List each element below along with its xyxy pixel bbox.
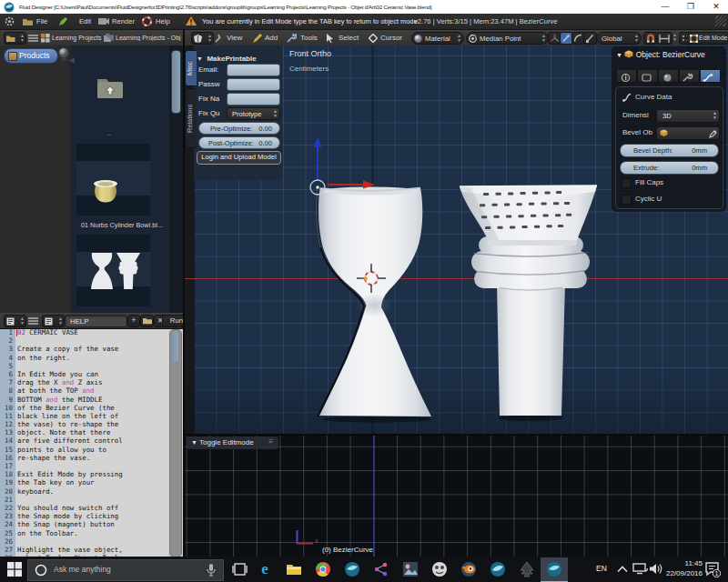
spinner-arrows-icon[interactable]: ▲▼ (456, 34, 462, 43)
taskbar-inkscape-button[interactable] (513, 557, 541, 581)
spinner-arrows-icon[interactable]: ▲▼ (672, 33, 678, 42)
eyedropper-icon[interactable] (709, 129, 717, 138)
speaker-icon[interactable] (650, 563, 663, 575)
editor-line[interactable]: 16re-shape the vase. (0, 454, 183, 462)
action-center-icon[interactable]: 1 (704, 561, 721, 577)
close-button[interactable]: ✕ (708, 3, 724, 12)
fixquality-dropdown[interactable]: Prototype ▲▼ (227, 107, 280, 120)
region-collapse-arrow[interactable] (69, 57, 76, 64)
editor-line[interactable]: 23the Snap mode by clicking (0, 512, 183, 520)
editor-line[interactable]: 102 CERMAIC VASE (0, 328, 183, 336)
preview-ball-icon[interactable] (57, 47, 70, 62)
password-field[interactable] (227, 78, 280, 91)
tab-misc[interactable]: Misc (185, 50, 197, 86)
bevel-depth-slider[interactable]: Bevel Depth: 0mm (620, 144, 719, 157)
taskbar-fluid-active-button[interactable] (541, 557, 568, 582)
editor-line[interactable]: 26 (0, 537, 183, 546)
gear-icon[interactable] (5, 16, 15, 26)
menu-hamburger-icon[interactable] (28, 35, 38, 42)
shading-dropdown[interactable]: Material ▲▼ (411, 32, 464, 45)
tab-relations[interactable]: Relations (185, 88, 197, 148)
editor-line[interactable]: 25on the Toolbar. (0, 529, 183, 537)
new-text-button[interactable]: + (127, 315, 140, 327)
menu-tools[interactable]: Tools (300, 34, 318, 42)
file-item-bowl[interactable] (76, 144, 150, 216)
viewport-editor-selector[interactable]: ▲▼ (191, 32, 214, 45)
restore-button[interactable]: ❐ (682, 3, 699, 12)
text-editor-scrollbar[interactable] (169, 329, 182, 557)
clock-date[interactable]: 22/09/2016 (666, 569, 703, 577)
properties-panel-header[interactable]: ▼ Object: BezierCurve (616, 50, 705, 59)
tab-curve-data[interactable] (700, 69, 721, 83)
task-view-icon[interactable] (232, 563, 248, 576)
panel-drag-dots[interactable]: ≡ (268, 436, 273, 448)
editor-line[interactable]: 6In Edit Mode you can (0, 370, 183, 378)
editor-line[interactable]: 24the Snap (magnet) button (0, 520, 183, 528)
clock-time[interactable]: 11:45 (685, 559, 703, 567)
file-item-bowl-label[interactable]: 01 Nurbs Cylinder Bowl.bl... (71, 221, 173, 229)
editor-line[interactable]: 5 (0, 362, 183, 370)
spinner-arrows-icon[interactable]: ▲▼ (207, 34, 213, 43)
corner-grip[interactable] (715, 15, 726, 26)
taskbar-gimp-button[interactable] (426, 557, 453, 581)
editor-line[interactable]: 2 (0, 336, 183, 345)
menu-edit[interactable]: Edit (79, 17, 91, 25)
network-icon[interactable] (632, 563, 648, 575)
editor-line[interactable]: 3Create a copy of the vase (0, 345, 183, 353)
scrollbar-thumb[interactable] (171, 50, 181, 114)
menu-hamburger-icon[interactable] (28, 317, 38, 325)
breadcrumb-category[interactable]: Learning Projects - Obj (116, 35, 183, 41)
editor-line[interactable]: 19the Tab key on your (0, 478, 183, 487)
tab-object[interactable] (637, 69, 658, 83)
parent-folder-label[interactable]: .. (107, 129, 111, 137)
viewport-3d-secondary[interactable]: x (185, 436, 728, 557)
taskbar-share-button[interactable] (368, 557, 395, 581)
manipulator-scale-button[interactable] (583, 32, 597, 45)
post-optimize-slider[interactable]: Post-Optimize: 0.00 (198, 136, 280, 149)
email-field[interactable] (227, 64, 280, 76)
editor-line[interactable]: 14are five different control (0, 436, 183, 445)
menu-cursor[interactable]: Cursor (380, 34, 402, 42)
editor-line[interactable]: 17 (0, 462, 183, 470)
fill-caps-checkbox[interactable] (622, 178, 632, 188)
menu-render[interactable]: Render (112, 17, 135, 25)
editor-type-selector[interactable]: ▲▼ (4, 32, 26, 45)
tray-chevron-icon[interactable] (617, 566, 628, 573)
tab-info[interactable] (616, 69, 637, 83)
text-editor-type-selector[interactable]: ▲▼ (4, 315, 26, 327)
tab-material[interactable] (658, 69, 679, 83)
bevel-object-field[interactable] (656, 126, 720, 140)
control-point[interactable] (316, 186, 318, 188)
pre-optimize-slider[interactable]: Pre-Optimize: 0.00 (198, 122, 280, 135)
makeprintable-panel-header[interactable]: ▼ MakePrintable (197, 48, 257, 65)
search-box[interactable]: Ask me anything (27, 559, 224, 581)
run-script-button[interactable]: Run (162, 315, 183, 327)
file-browser-scrollbar[interactable] (169, 45, 183, 313)
menu-select[interactable]: Select (339, 34, 359, 42)
taskbar-blender-button[interactable] (455, 557, 482, 581)
area-separator[interactable] (185, 434, 728, 436)
language-indicator[interactable]: EN (596, 564, 607, 573)
open-text-button[interactable] (140, 315, 154, 327)
area-separator[interactable] (183, 29, 185, 557)
spinner-arrows-icon[interactable]: ▲▼ (541, 34, 547, 43)
text-block-selector[interactable]: ▲▼ (42, 315, 65, 327)
editor-line[interactable]: 10of the Bezier Curve (the (0, 404, 183, 412)
spinner-arrows-icon[interactable]: ▲▼ (273, 109, 278, 117)
editor-line[interactable]: 21 (0, 496, 183, 504)
extrude-slider[interactable]: Extrude: 0mm (620, 161, 719, 175)
editor-line[interactable]: 22You should now switch off (0, 504, 183, 512)
editor-line[interactable]: 15points to allow you to (0, 446, 183, 454)
menu-help[interactable]: Help (156, 17, 170, 25)
spinner-arrows-icon[interactable]: ▲▼ (713, 111, 717, 119)
tab-modifiers[interactable] (679, 69, 700, 83)
dimensions-dropdown[interactable]: 3D ▲▼ (656, 109, 720, 123)
text-name-field[interactable]: HELP (65, 315, 127, 327)
category-products-button[interactable]: Products (4, 48, 58, 64)
parent-folder-icon[interactable] (96, 75, 126, 101)
taskbar-chrome-button[interactable] (309, 557, 337, 581)
editor-line[interactable]: 12the vase) to re-shape the (0, 420, 183, 428)
editor-line[interactable]: 20keyboard. (0, 487, 183, 496)
snap-element-button[interactable] (656, 32, 672, 45)
cyclic-u-checkbox[interactable] (622, 195, 632, 205)
